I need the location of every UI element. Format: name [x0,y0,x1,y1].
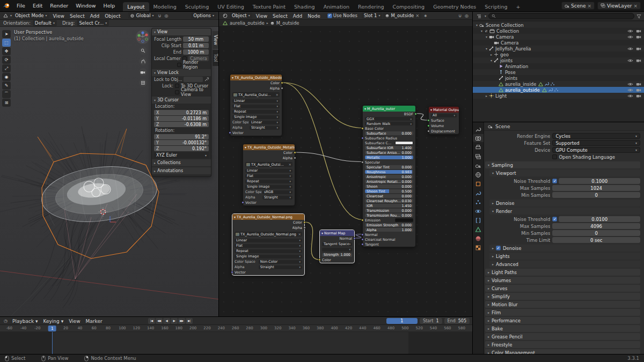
properties-tab-view-layer[interactable] [473,152,484,160]
collapse-icon[interactable]: ▾ [245,146,246,149]
cursor-rotation-z-field[interactable]: Z0.192° [154,146,209,151]
focal-length-field[interactable]: 50 mm [183,36,209,42]
outliner-row-pose[interactable]: Pose [473,69,644,75]
number-field[interactable]: 0.1000 [559,178,640,184]
eye-icon[interactable] [627,88,633,92]
chevron-right-icon[interactable]: ▸ [484,94,489,98]
properties-tab-tool[interactable] [473,125,484,133]
collapse-icon[interactable]: ▾ [430,108,432,112]
socket-left[interactable] [427,130,430,132]
node-group[interactable]: ▾M_Aurelia_outerBSDFGGX▾Random Walk▾Base… [362,105,416,247]
workspace-tab-item[interactable]: + [512,2,525,11]
cursor-rotation-y-field[interactable]: Y-0.000132° [154,140,209,145]
socket-right[interactable] [281,87,283,90]
node-header-output[interactable]: ▾Material Output [429,107,459,113]
tool-tweak-button[interactable]: ➤ [2,30,11,38]
render-visibility-icon[interactable] [636,47,641,51]
node-row-single-image[interactable]: Single Image▾ [230,114,282,120]
zoom-gizmo-icon[interactable] [139,47,147,55]
outliner-row-camera[interactable]: Camera [473,40,644,46]
node-dropdown[interactable]: Straight▾ [250,126,280,130]
close-icon[interactable]: × [298,232,301,237]
node-row-alpha[interactable]: Alpha [232,225,304,231]
node-row-clearcoat[interactable]: Clearcoat0.000 [363,194,415,198]
value-slider[interactable]: Strength1.000 [322,253,352,257]
breadcrumb-m-outside[interactable]: M_outside [276,20,299,26]
node-row-ior[interactable]: IOR1.450 [363,203,415,208]
node-row-tangent[interactable]: Tangent [363,242,415,247]
properties-tab-scene[interactable] [473,161,484,169]
eye-icon[interactable] [627,29,633,33]
snap-magnet-icon[interactable]: ∪ [457,13,463,18]
collapse-icon[interactable]: ▾ [232,76,233,79]
node-output[interactable]: ▾Material OutputAll▾SurfaceVolumeDisplac… [428,106,459,135]
eye-icon[interactable] [627,47,633,51]
node-dropdown[interactable]: Random Walk▾ [365,122,413,125]
blender-logo-icon[interactable] [0,0,13,11]
section-render[interactable]: ▾Render [489,208,640,215]
chevron-right-icon[interactable]: ▸ [489,53,494,56]
next-keyframe-button[interactable]: ▶▶ [178,318,185,324]
menu-file[interactable]: File [13,3,29,9]
node-dropdown[interactable]: All▾ [431,114,457,117]
node-metallic[interactable]: ▾TX_Aurelia_Outside_Metallic.pngColorAlp… [243,144,295,206]
move-view-gizmo-icon[interactable] [139,57,147,65]
eye-icon[interactable] [627,58,633,63]
editor-type-3d-icon[interactable] [2,13,9,18]
section-curves[interactable]: ▸Curves [485,285,640,292]
socket-left[interactable] [361,233,364,236]
properties-tab-texture[interactable] [473,243,484,252]
render-visibility-icon[interactable] [636,29,641,33]
node-link[interactable] [305,222,319,260]
socket-left[interactable] [427,119,430,122]
property-dropdown[interactable]: Cycles▾ [552,133,640,139]
chevron-down-icon[interactable]: ▾ [484,47,489,50]
node-row-tx-aurelia-outside-normal-png[interactable]: TX_Aurelia_Outside_Normal.png× [232,231,304,238]
section-simplify[interactable]: ▸Simplify [485,293,640,300]
number-field[interactable]: 1024 [552,185,640,191]
navigation-gizmo-icon[interactable] [136,30,150,44]
value-slider[interactable]: Metallic1.000 [365,156,413,159]
value-slider[interactable]: Sheen0.000 [365,184,413,188]
mode-dropdown[interactable]: Object Mode ▾ [13,12,49,19]
node-dropdown[interactable]: Single Image▾ [235,255,302,258]
chevron-down-icon[interactable]: ▾ [479,29,484,33]
section-light-paths[interactable]: ▸Light Paths [485,269,640,276]
image-selector[interactable]: TX_Aurelia_Outsi...× [232,92,280,97]
node-row-repeat[interactable]: Repeat▾ [232,248,304,254]
node-row-metallic[interactable]: Metallic1.000 [363,155,415,160]
tool-rotate-button[interactable]: ⟳ [2,56,11,64]
checkbox[interactable] [552,154,557,159]
checkbox[interactable]: ✓ [552,217,557,221]
node-row-alpha[interactable]: Alpha [243,156,295,161]
workspace-tab-modeling[interactable]: Modeling [149,2,181,11]
node-row-subsurface[interactable]: Subsurface0.000 [363,131,415,136]
number-field[interactable]: 0 [552,192,640,198]
section-film[interactable]: ▸Film [485,309,640,316]
tool-transform-button[interactable]: ◉ [2,73,11,81]
node-row-repeat[interactable]: Repeat▾ [230,109,282,114]
node-row-anisotropic-rotation[interactable]: Anisotropic Rotation0.000 [363,179,415,184]
socket-left[interactable] [427,124,430,127]
chevron-down-icon[interactable]: ▾ [489,59,494,62]
cursor-section-header[interactable]: ▾ 3D Cursor [152,97,211,104]
checkbox[interactable]: ✓ [552,179,557,183]
node-row-single-image[interactable]: Single Image▾ [243,184,295,189]
properties-tab-constraints[interactable] [473,216,484,224]
eye-icon[interactable] [627,94,633,98]
node-row-transmission-rough[interactable]: Transmission Rough...0.000 [363,213,415,218]
workspace-tab-rendering[interactable]: Rendering [354,2,389,11]
editor-type-timeline-icon[interactable]: ◷ [3,319,9,323]
socket-left[interactable] [361,238,364,241]
value-slider[interactable]: Subsurface Aniso...0.000 [365,151,413,154]
collapse-icon[interactable]: ▾ [321,232,323,235]
socket-left[interactable] [361,161,364,164]
node-row-clearcoat-roughness[interactable]: Clearcoat Roughness0.030 [363,198,415,203]
node-row-base-color[interactable]: Base Color [363,126,415,131]
play-button[interactable]: ▶ [171,318,178,324]
value-slider[interactable]: Anisotropic0.000 [365,175,413,179]
node-row-displacement[interactable]: Displacement [429,129,459,134]
node-row-all[interactable]: All▾ [429,113,459,118]
workspace-tab-texture-paint[interactable]: Texture Paint [248,2,290,11]
node-dropdown[interactable]: Straight▾ [259,265,302,269]
